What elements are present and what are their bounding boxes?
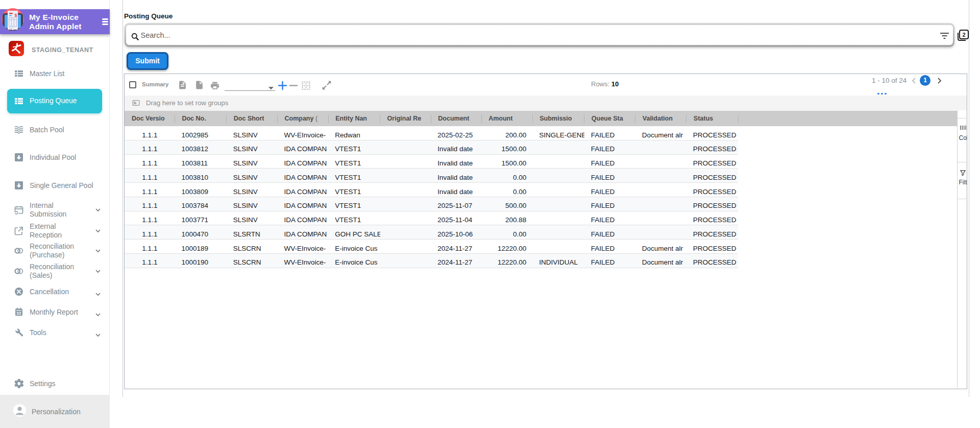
svg-text:$: $ xyxy=(15,13,17,18)
svg-text:2: 2 xyxy=(962,32,965,38)
